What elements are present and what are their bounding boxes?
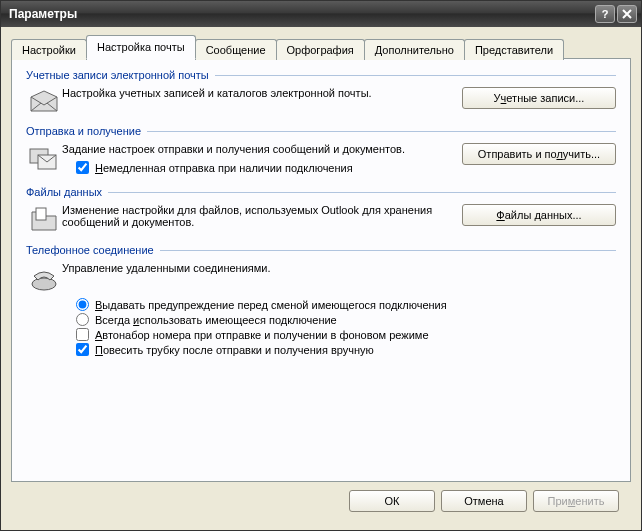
close-button[interactable] bbox=[617, 5, 637, 23]
help-button[interactable]: ? bbox=[595, 5, 615, 23]
dialup-desc: Управление удаленными соединениями. bbox=[62, 262, 454, 274]
tab-spelling[interactable]: Орфография bbox=[276, 39, 365, 60]
send-receive-icon bbox=[26, 143, 62, 173]
footer-buttons: ОК Отмена Применить bbox=[11, 482, 631, 522]
send-receive-button[interactable]: Отправить и получить... bbox=[462, 143, 616, 165]
svg-point-3 bbox=[32, 278, 56, 290]
group-sendrecv-header: Отправка и получение bbox=[26, 125, 616, 137]
email-accounts-button[interactable]: Учетные записи... bbox=[462, 87, 616, 109]
group-accounts: Учетные записи электронной почты Настрой… bbox=[26, 69, 616, 115]
datafiles-desc: Изменение настройки для файлов, использу… bbox=[62, 204, 454, 228]
dialup-options: Выдавать предупреждение перед сменой име… bbox=[76, 298, 616, 356]
tab-mail-setup[interactable]: Настройка почты bbox=[86, 35, 196, 59]
tab-strip: Настройки Настройка почты Сообщение Орфо… bbox=[11, 35, 631, 59]
radio-always-use[interactable]: Всегда использовать имеющееся подключени… bbox=[76, 313, 616, 326]
data-files-button[interactable]: Файлы данных... bbox=[462, 204, 616, 226]
titlebar: Параметры ? bbox=[1, 1, 641, 27]
ok-button[interactable]: ОК bbox=[349, 490, 435, 512]
cancel-button[interactable]: Отмена bbox=[441, 490, 527, 512]
tab-delegates[interactable]: Представители bbox=[464, 39, 564, 60]
window-title: Параметры bbox=[9, 7, 593, 21]
tab-panel: Учетные записи электронной почты Настрой… bbox=[11, 58, 631, 482]
phone-icon bbox=[26, 262, 62, 292]
tab-message[interactable]: Сообщение bbox=[195, 39, 277, 60]
close-icon bbox=[622, 9, 632, 19]
radio-warn-switch[interactable]: Выдавать предупреждение перед сменой име… bbox=[76, 298, 616, 311]
content-area: Настройки Настройка почты Сообщение Орфо… bbox=[1, 27, 641, 530]
sendrecv-desc: Задание настроек отправки и получения со… bbox=[62, 143, 454, 155]
envelope-icon bbox=[26, 87, 62, 115]
group-dialup: Телефонное соединение Управление удаленн… bbox=[26, 244, 616, 356]
data-files-icon bbox=[26, 204, 62, 234]
group-dialup-header: Телефонное соединение bbox=[26, 244, 616, 256]
accounts-desc: Настройка учетных записей и каталогов эл… bbox=[62, 87, 454, 99]
check-autodial[interactable]: Автонабор номера при отправке и получени… bbox=[76, 328, 616, 341]
group-accounts-header: Учетные записи электронной почты bbox=[26, 69, 616, 81]
immediate-send-checkbox[interactable]: Немедленная отправка при наличии подключ… bbox=[76, 161, 454, 174]
options-dialog: Параметры ? Настройки Настройка почты Со… bbox=[0, 0, 642, 531]
group-datafiles-header: Файлы данных bbox=[26, 186, 616, 198]
check-hangup[interactable]: Повесить трубку после отправки и получен… bbox=[76, 343, 616, 356]
svg-rect-2 bbox=[36, 208, 46, 220]
group-datafiles: Файлы данных Изменение настройки для фай… bbox=[26, 186, 616, 234]
tab-settings[interactable]: Настройки bbox=[11, 39, 87, 60]
group-sendrecv: Отправка и получение Задание настроек от… bbox=[26, 125, 616, 176]
tab-advanced[interactable]: Дополнительно bbox=[364, 39, 465, 60]
apply-button[interactable]: Применить bbox=[533, 490, 619, 512]
